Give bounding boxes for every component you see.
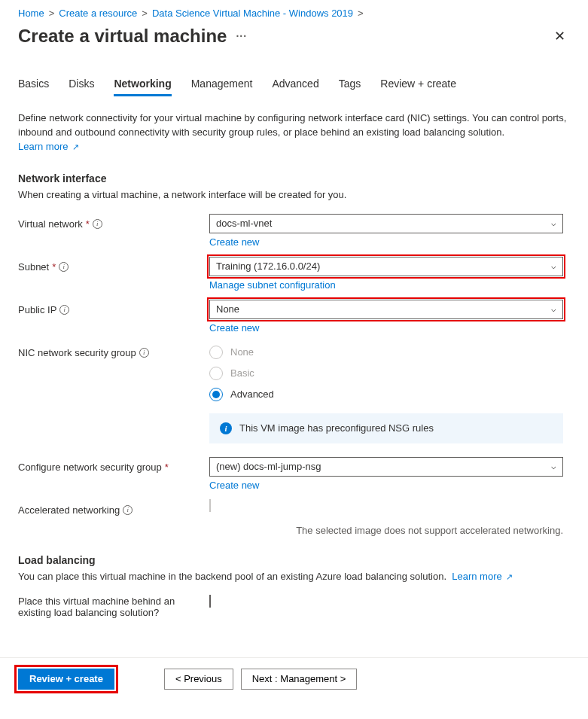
- radio-icon: [209, 346, 223, 359]
- accelerated-helper: The selected image does not support acce…: [18, 525, 563, 536]
- configure-nsg-create-new[interactable]: Create new: [209, 480, 259, 491]
- info-icon[interactable]: i: [59, 305, 69, 315]
- nsg-option-basic: Basic: [230, 367, 254, 379]
- accelerated-networking-checkbox: [209, 499, 211, 512]
- section-load-balancing: Load balancing: [18, 554, 570, 566]
- page-title: Create a virtual machine ···: [18, 26, 247, 47]
- place-behind-lb-checkbox[interactable]: [209, 595, 211, 608]
- subnet-value: Training (172.16.0.0/24): [216, 260, 320, 272]
- tab-advanced[interactable]: Advanced: [272, 73, 318, 96]
- chevron-down-icon: ⌵: [551, 304, 556, 314]
- nsg-option-advanced: Advanced: [230, 388, 274, 400]
- review-create-button[interactable]: Review + create: [18, 669, 114, 690]
- tab-basics[interactable]: Basics: [18, 73, 49, 96]
- external-link-icon: ↗: [72, 142, 79, 151]
- public-ip-create-new[interactable]: Create new: [209, 322, 259, 334]
- info-icon[interactable]: i: [123, 505, 133, 515]
- lb-learn-more-label: Learn more: [452, 571, 501, 582]
- chevron-down-icon: ⌵: [551, 462, 556, 471]
- nsg-radio-group: None Basic Advanced: [209, 343, 563, 401]
- breadcrumb-home[interactable]: Home: [18, 8, 44, 19]
- virtual-network-label: Virtual network * i: [18, 214, 209, 230]
- chevron-down-icon: ⌵: [551, 218, 556, 228]
- chevron-right-icon: >: [142, 8, 148, 19]
- more-icon[interactable]: ···: [236, 30, 247, 42]
- virtual-network-create-new[interactable]: Create new: [209, 236, 259, 248]
- radio-icon: [209, 388, 223, 401]
- info-icon[interactable]: i: [139, 348, 149, 358]
- external-link-icon: ↗: [506, 572, 513, 581]
- radio-icon: [209, 367, 223, 380]
- chevron-right-icon: >: [358, 8, 364, 19]
- previous-button[interactable]: < Previous: [164, 669, 233, 690]
- place-behind-lb-label: Place this virtual machine behind an exi…: [18, 596, 209, 618]
- footer: Review + create < Previous Next : Manage…: [0, 657, 588, 700]
- tab-management[interactable]: Management: [191, 73, 253, 96]
- nsg-radio-basic: Basic: [209, 367, 563, 380]
- required-icon: *: [165, 462, 169, 473]
- configure-nsg-label: Configure network security group *: [18, 457, 209, 473]
- required-icon: *: [52, 261, 56, 273]
- subnet-select[interactable]: Training (172.16.0.0/24) ⌵: [209, 257, 563, 276]
- section-network-interface-desc: When creating a virtual machine, a netwo…: [18, 189, 570, 200]
- tab-tags[interactable]: Tags: [339, 73, 361, 96]
- breadcrumb-dsvm[interactable]: Data Science Virtual Machine - Windows 2…: [152, 8, 353, 19]
- info-icon: i: [220, 422, 232, 434]
- next-button[interactable]: Next : Management >: [241, 669, 358, 690]
- tab-networking[interactable]: Networking: [114, 73, 171, 96]
- close-icon: ✕: [554, 29, 565, 44]
- virtual-network-select[interactable]: docs-ml-vnet ⌵: [209, 214, 563, 233]
- close-button[interactable]: ✕: [550, 23, 570, 49]
- required-icon: *: [86, 218, 90, 230]
- nsg-banner-text: This VM image has preconfigured NSG rule…: [239, 422, 434, 434]
- chevron-down-icon: ⌵: [551, 261, 556, 271]
- virtual-network-value: docs-ml-vnet: [216, 218, 272, 229]
- page-title-text: Create a virtual machine: [18, 26, 227, 47]
- configure-nsg-value: (new) docs-ml-jump-nsg: [216, 461, 321, 472]
- tabs: Basics Disks Networking Management Advan…: [0, 49, 588, 96]
- nsg-label: NIC network security group i: [18, 343, 209, 358]
- tab-review-create[interactable]: Review + create: [380, 73, 456, 96]
- configure-nsg-select[interactable]: (new) docs-ml-jump-nsg ⌵: [209, 457, 563, 477]
- info-icon[interactable]: i: [59, 262, 69, 272]
- breadcrumb-create-resource[interactable]: Create a resource: [59, 8, 137, 19]
- accelerated-networking-label: Accelerated networking i: [18, 500, 209, 516]
- section-network-interface: Network interface: [18, 172, 570, 184]
- load-balancing-desc: You can place this virtual machine in th…: [18, 571, 570, 582]
- subnet-label: Subnet * i: [18, 257, 209, 273]
- intro-text: Define network connectivity for your vir…: [18, 111, 570, 154]
- chevron-right-icon: >: [49, 8, 55, 19]
- nsg-radio-advanced[interactable]: Advanced: [209, 388, 563, 401]
- public-ip-select[interactable]: None ⌵: [209, 300, 563, 319]
- info-icon[interactable]: i: [93, 219, 102, 229]
- subnet-manage-link[interactable]: Manage subnet configuration: [209, 279, 336, 291]
- tab-disks[interactable]: Disks: [69, 73, 94, 96]
- learn-more-link[interactable]: Learn more ↗: [18, 141, 79, 152]
- intro-text-body: Define network connectivity for your vir…: [18, 112, 566, 138]
- nsg-radio-none: None: [209, 346, 563, 359]
- breadcrumb: Home > Create a resource > Data Science …: [0, 0, 588, 19]
- nsg-option-none: None: [230, 346, 254, 358]
- nsg-info-banner: i This VM image has preconfigured NSG ru…: [209, 413, 563, 443]
- load-balancing-learn-more[interactable]: Learn more ↗: [452, 571, 513, 582]
- public-ip-label: Public IP i: [18, 300, 209, 315]
- learn-more-label: Learn more: [18, 141, 68, 152]
- public-ip-value: None: [216, 303, 239, 315]
